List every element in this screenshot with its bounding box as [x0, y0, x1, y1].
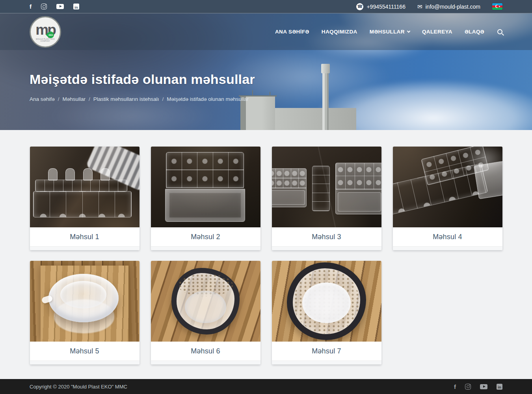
content-area: Məhsul 1 Məhsul 2: [0, 130, 532, 379]
nav-item-products[interactable]: MƏHSULLAR: [370, 29, 410, 35]
tray-left: [272, 168, 307, 207]
chevron-down-icon: [407, 29, 410, 32]
page: f in ☎ +994554111166 ✉ info@mould-plast.…: [0, 0, 532, 394]
youtube-icon[interactable]: [480, 384, 487, 389]
nav-item-home[interactable]: ANA SƏHİFƏ: [275, 29, 309, 35]
nav-item-gallery[interactable]: QALEREYA: [422, 29, 452, 35]
basket-base: [185, 291, 227, 323]
product-image-three-trays: [272, 147, 381, 227]
product-image-egg-container-open: [151, 147, 260, 227]
product-label: Məhsul 3: [272, 227, 381, 246]
card-footer-strip: [393, 246, 502, 250]
product-label: Məhsul 7: [272, 342, 381, 361]
egg-tray-top-row: [35, 180, 127, 192]
product-card-6[interactable]: Məhsul 6: [151, 261, 260, 364]
card-footer-strip: [151, 246, 260, 250]
site-header: mp EKO MOULD PLAST EKO COMPANY ANA SƏHİF…: [0, 13, 532, 50]
phone-icon: ☎: [356, 3, 363, 10]
factory-low-building: [275, 108, 356, 130]
linkedin-icon[interactable]: in: [497, 384, 502, 390]
main-nav: ANA SƏHİFƏ HAQQIMIZDA MƏHSULLAR QALEREYA…: [275, 29, 502, 35]
product-image-round-basket-dark-rim: [272, 261, 381, 342]
logo-caption: MOULD PLAST EKO COMPANY: [31, 38, 60, 42]
search-icon: [497, 29, 502, 34]
hero-text: Məişətdə istifadə olunan məhsullar Ana s…: [30, 72, 255, 102]
email-link[interactable]: ✉ info@mould-plast.com: [417, 4, 480, 10]
tray-right-piece: [474, 160, 502, 199]
email-icon: ✉: [417, 4, 422, 9]
facebook-icon[interactable]: f: [454, 384, 456, 390]
card-footer-strip: [272, 361, 381, 364]
site-logo[interactable]: mp EKO MOULD PLAST EKO COMPANY: [30, 16, 61, 48]
factory-chimney: [322, 72, 329, 130]
card-footer-strip: [151, 361, 260, 364]
product-label: Məhsul 1: [30, 227, 140, 246]
search-button[interactable]: [497, 29, 502, 34]
product-card-1[interactable]: Məhsul 1: [30, 147, 140, 250]
site-footer: Copyright © 2020 "Mould Plast EKO" MMC f…: [0, 379, 532, 394]
breadcrumb-plastic-production[interactable]: Plastik məhsulların istehsalı: [93, 96, 159, 102]
breadcrumb-current: Məişətdə istifadə olunan məhsullar: [167, 96, 249, 102]
product-card-2[interactable]: Məhsul 2: [151, 147, 260, 250]
linkedin-glyph: in: [498, 385, 501, 389]
phone-number: +994554111166: [366, 4, 406, 10]
breadcrumb-products[interactable]: Məhsullar: [63, 96, 86, 102]
breadcrumb-separator: /: [89, 96, 90, 102]
instagram-icon[interactable]: [465, 384, 471, 390]
product-image-basket-dark-rim: [151, 261, 260, 342]
product-label: Məhsul 2: [151, 227, 260, 246]
factory-antenna: [270, 92, 270, 95]
azerbaijan-flag-language-switch[interactable]: [492, 3, 502, 10]
product-label: Məhsul 4: [393, 227, 502, 246]
card-footer-strip: [30, 361, 140, 364]
product-card-7[interactable]: Məhsul 7: [272, 261, 381, 364]
nav-item-about[interactable]: HAQQIMIZDA: [322, 29, 357, 35]
linkedin-glyph: in: [74, 5, 78, 9]
page-title: Məişətdə istifadə olunan məhsullar: [30, 72, 255, 87]
footer-social: f in: [454, 384, 502, 390]
product-card-4[interactable]: Məhsul 4: [393, 147, 502, 250]
egg-tray-body: [33, 191, 132, 218]
tray-middle: [312, 166, 329, 211]
basket-base: [302, 282, 350, 323]
egg-container-cells: [166, 152, 244, 188]
product-label: Məhsul 5: [30, 342, 140, 361]
product-label: Məhsul 6: [151, 342, 260, 361]
product-image-white-colander: [30, 261, 140, 342]
product-grid: Məhsul 1 Məhsul 2: [30, 147, 502, 364]
factory-chimney-cap: [321, 64, 330, 73]
product-card-3[interactable]: Məhsul 3: [272, 147, 381, 250]
egg-container-lid: [165, 189, 245, 222]
phone-link[interactable]: ☎ +994554111166: [356, 3, 406, 10]
card-footer-strip: [272, 246, 381, 250]
flag-green-stripe: [492, 7, 502, 10]
colander-inner: [60, 281, 106, 309]
product-card-5[interactable]: Məhsul 5: [30, 261, 140, 364]
breadcrumb-home[interactable]: Ana səhifə: [30, 96, 55, 102]
topbar-social: f in: [30, 4, 79, 9]
instagram-icon[interactable]: [41, 4, 47, 9]
card-footer-strip: [30, 246, 140, 250]
flag-star: [499, 6, 500, 7]
hero-banner: f in ☎ +994554111166 ✉ info@mould-plast.…: [0, 0, 532, 130]
breadcrumb: Ana səhifə / Məhsullar / Plastik məhsull…: [30, 96, 255, 102]
topbar: f in ☎ +994554111166 ✉ info@mould-plast.…: [0, 0, 532, 13]
youtube-icon[interactable]: [56, 4, 64, 9]
email-address: info@mould-plast.com: [426, 4, 481, 10]
tray-right: [335, 163, 381, 214]
flag-red-stripe: [492, 6, 502, 8]
topbar-contacts: ☎ +994554111166 ✉ info@mould-plast.com: [356, 3, 502, 10]
breadcrumb-separator: /: [58, 96, 60, 102]
product-image-egg-tray-perspective: [30, 147, 140, 227]
product-image-diagonal-trays: [393, 147, 502, 227]
flag-crescent: [495, 5, 499, 8]
copyright-text: Copyright © 2020 "Mould Plast EKO" MMC: [30, 384, 127, 390]
breadcrumb-separator: /: [162, 96, 164, 102]
nav-item-contact[interactable]: ƏLAQƏ: [465, 29, 484, 35]
linkedin-icon[interactable]: in: [73, 4, 79, 9]
facebook-icon[interactable]: f: [30, 4, 32, 9]
egg-tray-bumps: [44, 168, 114, 180]
